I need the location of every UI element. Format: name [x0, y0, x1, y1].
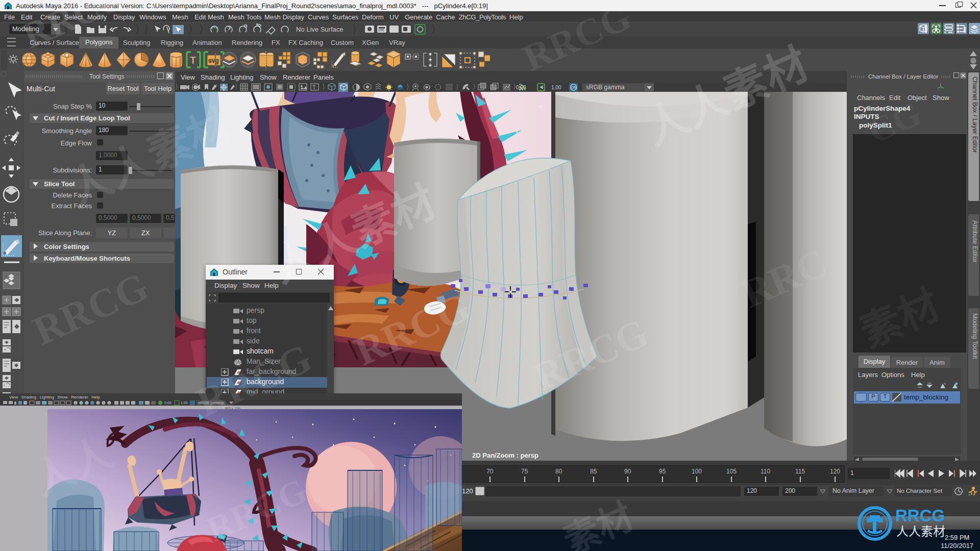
svg-text:svg: svg — [208, 57, 219, 64]
svg-text:2D Pan/Zoom : persp: 2D Pan/Zoom : persp — [472, 452, 538, 459]
svg-text:IPR: IPR — [378, 29, 384, 32]
svg-text:+: + — [944, 382, 946, 386]
svg-text:sRGB gamma: sRGB gamma — [586, 84, 625, 91]
svg-text:0.00: 0.00 — [164, 401, 172, 405]
svg-text:No Live Surface: No Live Surface — [296, 26, 344, 33]
svg-text:1.00: 1.00 — [181, 401, 188, 405]
svg-text:1.00: 1.00 — [551, 85, 561, 90]
svg-text:T: T — [312, 84, 316, 90]
svg-text:T: T — [190, 55, 196, 66]
svg-text:0.00: 0.00 — [516, 85, 526, 90]
svg-text:ON: ON — [571, 86, 577, 89]
svg-text:RRCG: RRCG — [895, 506, 945, 525]
svg-text:人人素材: 人人素材 — [896, 524, 945, 538]
